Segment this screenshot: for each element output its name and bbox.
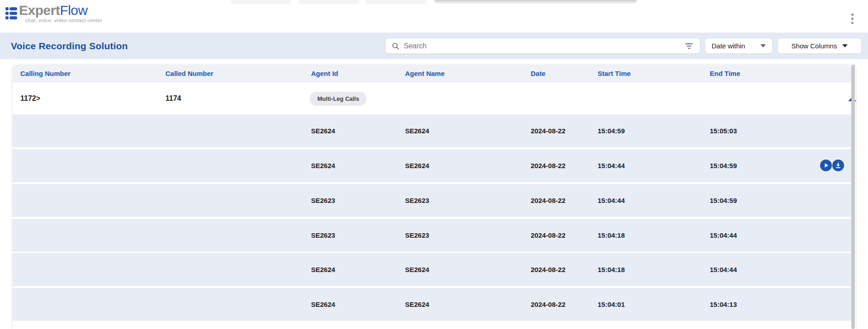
table-row: SE2624 SE2624 2024-08-22 15:04:59 15:05:… (13, 114, 851, 147)
chevron-down-icon (760, 44, 766, 47)
column-header-calling-number[interactable]: Calling Number (20, 65, 71, 83)
show-columns-label: Show Columns (792, 42, 837, 50)
cell-date: 2024-08-22 (531, 184, 566, 217)
cell-date: 2024-08-22 (531, 253, 566, 286)
table-row: SE2624 SE2624 2024-08-22 15:04:18 15:04:… (13, 253, 851, 286)
cell-agent-name: SE2624 (405, 114, 429, 147)
cell-start-time: 15:04:44 (598, 184, 625, 217)
cell-agent-name: SE2623 (405, 184, 429, 217)
top-edge-tab-stub[interactable] (365, 0, 426, 3)
cell-agent-id: SE2624 (311, 288, 335, 321)
cell-end-time: 15:05:03 (710, 114, 737, 147)
search-icon (391, 42, 400, 51)
page-title: Voice Recording Solution (11, 33, 128, 59)
cell-end-time: 15:04:13 (710, 288, 737, 321)
logo-brand-flow: Flow (60, 3, 87, 18)
table-row: SE2624 SE2624 2024-08-22 15:04:01 15:04:… (13, 288, 851, 321)
cell-end-time: 15:04:44 (710, 253, 737, 286)
top-edge-tab-stub[interactable] (298, 0, 359, 3)
toolbar-band: Voice Recording Solution Date within Sho… (0, 33, 868, 59)
cell-date: 2024-08-22 (531, 114, 566, 147)
download-recording-button[interactable] (832, 160, 844, 171)
search-input-field[interactable] (404, 42, 684, 50)
search-input[interactable] (385, 38, 700, 54)
cell-end-time: 15:04:44 (710, 219, 737, 252)
cell-agent-id: SE2623 (311, 219, 335, 252)
cell-end-time: 15:04:59 (710, 149, 737, 182)
table-row: SE2623 SE2623 2024-08-22 15:04:44 15:04:… (13, 184, 851, 217)
table-row: SE2623 SE2623 2024-08-22 15:04:18 15:04:… (13, 219, 851, 252)
top-edge-tab-stub[interactable] (231, 0, 292, 3)
group-called-number: 1174 (165, 83, 181, 114)
cell-date: 2024-08-22 (531, 149, 566, 182)
table-scrollbar[interactable] (851, 65, 855, 329)
cell-agent-id: SE2624 (311, 149, 335, 182)
logo-tagline: chat, voice, video contact center (25, 18, 102, 23)
cell-agent-name: SE2623 (405, 219, 429, 252)
group-calling-number: 1172> (20, 83, 40, 114)
cell-agent-id: SE2624 (311, 253, 335, 286)
cell-start-time: 15:04:18 (598, 219, 625, 252)
column-header-agent-name[interactable]: Agent Name (405, 65, 445, 83)
recordings-table: Calling Number Called Number Agent Id Ag… (13, 65, 856, 329)
column-header-called-number[interactable]: Called Number (165, 65, 213, 83)
table-header-row: Calling Number Called Number Agent Id Ag… (13, 65, 851, 83)
date-within-dropdown[interactable]: Date within (705, 38, 773, 54)
logo-brand-expert: Expert (19, 3, 60, 18)
date-within-label: Date within (712, 42, 745, 50)
column-header-start-time[interactable]: Start Time (598, 65, 631, 83)
expertflow-logo-text: ExpertFlow chat, voice, video contact ce… (19, 4, 102, 23)
call-group-row: 1172> 1174 Multi-Leg Calls (13, 83, 851, 114)
cell-start-time: 15:04:44 (598, 149, 625, 182)
row-actions (820, 160, 844, 171)
cell-agent-id: SE2624 (311, 114, 335, 147)
filter-icon[interactable] (684, 42, 694, 51)
more-options-button[interactable] (847, 11, 857, 26)
multi-leg-calls-badge: Multi-Leg Calls (310, 92, 367, 106)
table-row: SE2624 SE2624 2024-08-22 15:04:44 15:04:… (13, 149, 851, 182)
expertflow-logo-icon (5, 7, 17, 21)
column-header-date[interactable]: Date (531, 65, 546, 83)
cell-agent-name: SE2624 (405, 149, 429, 182)
cell-start-time: 15:04:59 (598, 114, 625, 147)
column-header-agent-id[interactable]: Agent Id (311, 65, 338, 83)
kebab-dot (851, 22, 854, 24)
chevron-down-icon (842, 44, 848, 47)
cell-agent-id: SE2623 (311, 184, 335, 217)
cell-date: 2024-08-22 (531, 288, 566, 321)
show-columns-dropdown[interactable]: Show Columns (778, 38, 862, 54)
cell-start-time: 15:04:01 (598, 288, 625, 321)
expertflow-logo: ExpertFlow chat, voice, video contact ce… (5, 4, 102, 23)
kebab-dot (851, 18, 854, 20)
play-recording-button[interactable] (820, 160, 832, 171)
cell-start-time: 15:04:18 (598, 253, 625, 286)
cell-date: 2024-08-22 (531, 219, 566, 252)
cell-agent-name: SE2624 (405, 253, 429, 286)
kebab-dot (851, 14, 854, 16)
top-bar: ExpertFlow chat, voice, video contact ce… (0, 0, 868, 33)
top-edge-tab-stub-active[interactable] (434, 0, 637, 3)
cell-agent-name: SE2624 (405, 288, 429, 321)
cell-end-time: 15:04:59 (710, 184, 737, 217)
app-screen: ExpertFlow chat, voice, video contact ce… (0, 0, 868, 329)
column-header-end-time[interactable]: End Time (710, 65, 740, 83)
